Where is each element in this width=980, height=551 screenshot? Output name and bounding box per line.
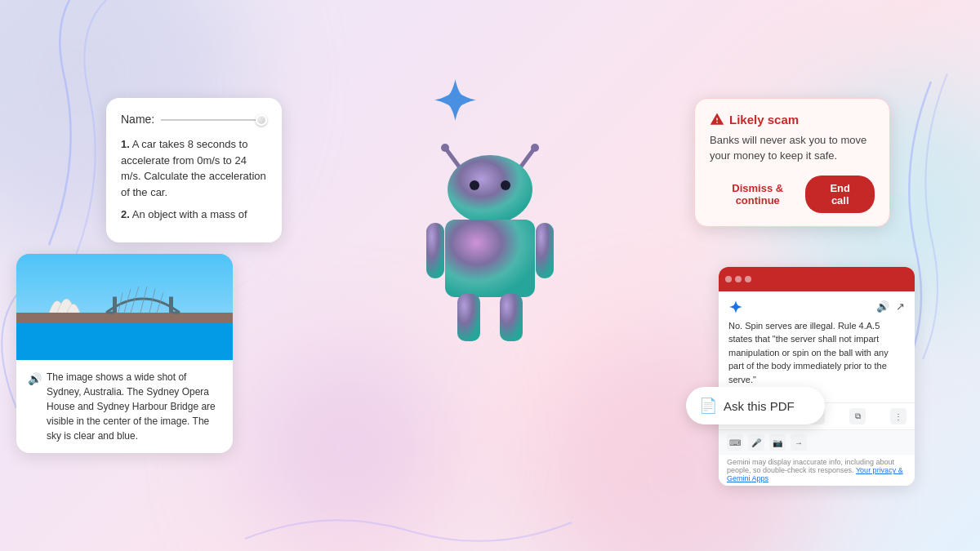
end-call-button[interactable]: End call bbox=[805, 176, 875, 213]
scam-header: Likely scam bbox=[710, 112, 875, 127]
browser-dot-2 bbox=[735, 276, 742, 282]
external-link-icon[interactable]: ↗ bbox=[896, 300, 905, 313]
sydney-caption-text: The image shows a wide shot of Sydney, A… bbox=[47, 370, 221, 443]
svg-rect-16 bbox=[169, 296, 173, 313]
warning-icon bbox=[710, 112, 724, 127]
scam-body: Banks will never ask you to move your mo… bbox=[710, 133, 875, 164]
svg-point-6 bbox=[501, 180, 510, 190]
name-slider[interactable] bbox=[256, 114, 267, 126]
volume-icon[interactable]: 🔊 bbox=[876, 300, 889, 313]
microphone-icon[interactable]: 🎤 bbox=[748, 434, 764, 451]
svg-rect-15 bbox=[113, 296, 117, 313]
svg-point-1 bbox=[441, 144, 449, 152]
browser-header-row: 🔊 ↗ bbox=[728, 300, 905, 314]
browser-card: 🔊 ↗ No. Spin serves are illegal. Rule 4.… bbox=[719, 267, 915, 487]
browser-content: 🔊 ↗ No. Spin serves are illegal. Rule 4.… bbox=[719, 291, 915, 403]
svg-rect-11 bbox=[500, 294, 523, 341]
speaker-icon: 🔊 bbox=[28, 371, 42, 388]
pdf-icon: 📄 bbox=[699, 397, 717, 415]
sydney-water bbox=[16, 323, 233, 361]
svg-rect-9 bbox=[536, 223, 554, 278]
quiz-item-1: 1. A car takes 8 seconds to accelerate f… bbox=[121, 136, 267, 200]
svg-rect-8 bbox=[426, 223, 444, 278]
disclaimer-text: Gemini may display inaccurate info, incl… bbox=[719, 455, 915, 486]
quiz-card: Name: 1. A car takes 8 seconds to accele… bbox=[106, 98, 282, 242]
name-label: Name: bbox=[121, 111, 154, 128]
camera-icon[interactable]: 📷 bbox=[769, 434, 786, 451]
quiz-num-1: 1. bbox=[121, 138, 130, 150]
android-robot bbox=[400, 136, 580, 360]
gemini-sparkle bbox=[433, 78, 478, 122]
toolbar-more-icon[interactable]: ⋮ bbox=[890, 408, 906, 424]
scam-alert-card: Likely scam Banks will never ask you to … bbox=[694, 98, 890, 227]
browser-action-icons[interactable]: 🔊 ↗ bbox=[876, 300, 905, 313]
svg-point-3 bbox=[531, 144, 539, 152]
scam-actions: Dismiss & continue End call bbox=[710, 176, 875, 213]
svg-rect-10 bbox=[457, 294, 480, 341]
name-underline bbox=[161, 119, 264, 121]
gemini-input-row: ⌨ 🎤 📷 → bbox=[719, 429, 915, 455]
browser-dot-1 bbox=[725, 276, 732, 282]
svg-rect-7 bbox=[445, 220, 535, 297]
quiz-num-2: 2. bbox=[121, 208, 130, 220]
ask-pdf-label: Ask this PDF bbox=[724, 399, 795, 413]
svg-point-4 bbox=[448, 155, 532, 224]
sydney-image-card: 🔊 The image shows a wide shot of Sydney,… bbox=[16, 254, 233, 453]
quiz-text-2: An object with a mass of bbox=[132, 208, 247, 220]
toolbar-copy-icon[interactable]: ⧉ bbox=[849, 408, 866, 424]
browser-dot-3 bbox=[745, 276, 751, 282]
quiz-text-1: A car takes 8 seconds to accelerate from… bbox=[121, 138, 266, 198]
sydney-caption-box: 🔊 The image shows a wide shot of Sydney,… bbox=[16, 360, 233, 453]
gemini-star-icon bbox=[728, 300, 743, 314]
sydney-skyline bbox=[16, 281, 233, 329]
sydney-caption-inner: 🔊 The image shows a wide shot of Sydney,… bbox=[28, 370, 221, 443]
scam-title: Likely scam bbox=[729, 113, 799, 127]
ask-pdf-card[interactable]: 📄 Ask this PDF bbox=[686, 387, 825, 424]
keyboard-icon[interactable]: ⌨ bbox=[727, 434, 743, 451]
sydney-image bbox=[16, 254, 233, 360]
svg-point-5 bbox=[470, 180, 479, 190]
send-icon[interactable]: → bbox=[791, 434, 807, 451]
browser-top-bar bbox=[719, 267, 915, 291]
dismiss-button[interactable]: Dismiss & continue bbox=[710, 182, 805, 207]
browser-answer-text: No. Spin serves are illegal. Rule 4.A.5 … bbox=[728, 319, 905, 387]
name-line: Name: bbox=[121, 111, 267, 128]
background-blob-4 bbox=[245, 347, 449, 551]
quiz-item-2: 2. An object with a mass of bbox=[121, 207, 267, 223]
